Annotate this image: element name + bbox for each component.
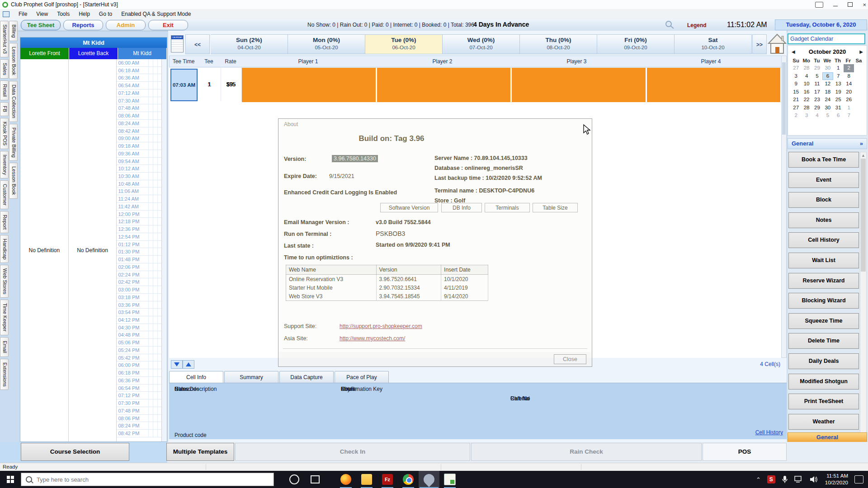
calendar-day[interactable]: 2	[844, 64, 854, 72]
toolbar-button[interactable]: Exit	[148, 20, 188, 30]
tee-time-slot[interactable]: 04:12 PM	[117, 316, 161, 324]
vertical-tab[interactable]: Billing	[9, 21, 18, 41]
notification-center-icon[interactable]	[854, 475, 863, 483]
vertical-tab[interactable]: Retail	[0, 80, 9, 100]
calendar-day[interactable]: 4	[801, 72, 811, 80]
tee-time-slot[interactable]: 12:54 PM	[117, 233, 161, 241]
calendar-day[interactable]: 26	[844, 96, 854, 104]
tee-time-slot[interactable]: 08:42 AM	[117, 127, 161, 135]
bottom-button[interactable]: POS	[703, 443, 787, 461]
cortana-button[interactable]	[284, 471, 305, 488]
course-column-lorette-front[interactable]: No Definition	[20, 59, 69, 441]
tee-time-slot[interactable]: 07:30 PM	[117, 399, 161, 407]
sidebar-action-button[interactable]: Reserve Wizard	[788, 273, 859, 289]
tee-time-slot[interactable]: 08:24 PM	[117, 422, 161, 430]
tee-time-slot[interactable]: 05:42 PM	[117, 354, 161, 362]
calendar-day[interactable]: 3	[791, 72, 801, 80]
tee-time-cell[interactable]: 07:03 AM	[170, 69, 198, 101]
sidebar-action-button[interactable]: Block	[788, 192, 859, 208]
sidebar-action-button[interactable]: Notes	[788, 212, 859, 228]
tee-time-slot[interactable]: 04:48 PM	[117, 331, 161, 339]
asia-site-link[interactable]: http://www.mycostech.com/	[340, 335, 405, 342]
calendar-day[interactable]: 7	[844, 112, 854, 120]
tee-time-slot[interactable]: 08:24 AM	[117, 120, 161, 127]
calendar-day[interactable]: 1	[844, 104, 854, 112]
menu-item[interactable]: View	[32, 9, 52, 19]
calendar-day[interactable]: 4	[812, 112, 822, 120]
course-panel-scrollbar[interactable]	[161, 59, 167, 441]
calendar-next-icon[interactable]: ▶	[859, 49, 863, 54]
calendar-day[interactable]: 10	[801, 80, 811, 88]
calendar-day[interactable]: 14	[844, 80, 854, 88]
calendar-day[interactable]: 11	[812, 80, 822, 88]
calendar-day[interactable]: 13	[833, 80, 844, 88]
tee-time-slot[interactable]: 10:30 AM	[117, 173, 161, 180]
calendar-day[interactable]: 22	[801, 96, 811, 104]
microphone-icon[interactable]	[782, 475, 788, 483]
start-button[interactable]	[0, 471, 21, 488]
calendar-day[interactable]: 31	[833, 104, 844, 112]
cell-history-link[interactable]: Cell History	[755, 429, 783, 436]
sidebar-action-button[interactable]: Event	[788, 172, 859, 188]
tee-time-slot[interactable]: 08:42 PM	[117, 430, 161, 437]
scroll-up-button[interactable]	[183, 360, 194, 369]
sidebar-action-button[interactable]: Cell History	[788, 232, 859, 248]
calendar-day[interactable]: 5	[812, 72, 822, 80]
menu-item[interactable]: Help	[74, 9, 94, 19]
sidebar-action-button[interactable]: Squeeze Time	[788, 313, 859, 329]
tee-time-slot[interactable]: 07:48 PM	[117, 407, 161, 415]
hidden-icons-chevron[interactable]: ⌃	[756, 476, 761, 483]
tee-time-slot[interactable]: 01:12 PM	[117, 241, 161, 249]
tee-time-slot[interactable]: 10:12 AM	[117, 165, 161, 173]
tee-time-slot[interactable]: 06:00 PM	[117, 361, 161, 369]
network-icon[interactable]	[794, 476, 803, 483]
vertical-tab[interactable]: Data Collection	[9, 81, 18, 122]
home-icon[interactable]	[767, 33, 788, 56]
vertical-tab[interactable]: Handicap	[0, 235, 9, 263]
firefox-icon[interactable]	[335, 471, 356, 488]
vertical-tab[interactable]: Web Stores	[0, 265, 9, 298]
tee-time-slot[interactable]: 01:48 PM	[117, 256, 161, 263]
legend-link[interactable]: Legend	[687, 22, 707, 28]
file-explorer-icon[interactable]	[356, 471, 377, 488]
tee-time-slot[interactable]: 06:36 PM	[117, 377, 161, 385]
minimize-button[interactable]	[833, 6, 838, 6]
tee-time-slot[interactable]: 09:36 AM	[117, 150, 161, 158]
menu-item[interactable]: File	[14, 9, 32, 19]
task-view-button[interactable]	[305, 471, 326, 488]
tee-time-slot[interactable]: 02:24 PM	[117, 271, 161, 279]
tee-time-slot[interactable]: 03:36 PM	[117, 301, 161, 309]
bottom-button[interactable]: Course Selection	[21, 443, 129, 461]
table-row[interactable]: Starter Hut Mobile 2.90.7032.15334 4/11/…	[286, 283, 488, 292]
software-version-button[interactable]: Software Version	[380, 203, 438, 212]
bottom-button[interactable]: Check In	[235, 443, 470, 461]
tee-time-slot[interactable]: 06:18 PM	[117, 369, 161, 377]
menu-item[interactable]: Go to	[94, 9, 117, 19]
calendar-day[interactable]: 30	[822, 64, 833, 72]
calendar-day[interactable]: 28	[801, 104, 811, 112]
filezilla-icon[interactable]: Fz	[377, 471, 398, 488]
calendar-day[interactable]: 19	[833, 88, 844, 96]
day-column-header[interactable]: Tue (0%) 06-Oct-20	[365, 34, 443, 54]
tee-time-slot[interactable]: 09:54 AM	[117, 158, 161, 165]
calendar-day[interactable]: 23	[812, 96, 822, 104]
vertical-tab[interactable]: Customer	[0, 180, 9, 209]
tee-time-slot[interactable]: 11:06 AM	[117, 188, 161, 195]
tee-time-slot[interactable]: 06:54 AM	[117, 82, 161, 89]
sidebar-scrollbar[interactable]: ▲ ▼	[860, 152, 867, 443]
taskbar-clock[interactable]: 11:51 AM 10/2/2020	[825, 473, 848, 486]
general-footer-tab[interactable]: General	[788, 432, 867, 442]
table-size-button[interactable]: Table Size	[533, 203, 578, 212]
tee-time-slot[interactable]: 08:06 AM	[117, 112, 161, 120]
calendar-day[interactable]: 20	[844, 88, 854, 96]
info-tab[interactable]: Data Capture	[279, 371, 334, 383]
course-column-lorette-back[interactable]: No Definition	[69, 59, 117, 441]
club-prophet-icon[interactable]	[419, 471, 439, 488]
toolbar-button[interactable]: Admin	[106, 20, 146, 30]
close-button[interactable]: ×	[863, 2, 866, 8]
calendar-day[interactable]: 30	[822, 104, 833, 112]
player1-cell[interactable]	[242, 68, 376, 102]
menu-item[interactable]: Tools	[52, 9, 74, 19]
toolbar-button[interactable]: Reports	[63, 20, 103, 30]
bottom-button[interactable]: Multiple Templates	[166, 443, 234, 461]
